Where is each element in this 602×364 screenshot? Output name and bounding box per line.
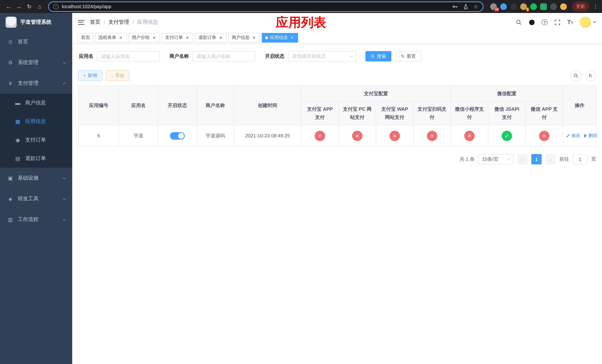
chrome-menu-icon[interactable]: ⋮ [593,3,598,10]
extension-icon-7[interactable] [550,3,557,10]
download-icon: ↓ [111,73,113,78]
extension-icon-3[interactable] [510,3,517,10]
sidebar-item-merchant-info[interactable]: ▬商户信息 [0,94,72,112]
app-grid-icon: ▦ [15,118,21,124]
chrome-update-button[interactable]: 更新 [572,1,589,11]
export-button[interactable]: ↓ 导出 [106,70,129,81]
cell-actions: 修改删除 [563,125,596,146]
site-info-icon[interactable]: i [53,4,58,9]
tab-close-icon[interactable]: × [118,35,123,40]
tab-home[interactable]: 首页 [78,33,93,43]
prev-page-button[interactable]: ‹ [517,154,527,164]
sidebar-item-label: 应用信息 [25,118,65,125]
tab-close-icon[interactable]: × [218,35,223,40]
goto-page-input[interactable] [573,154,588,164]
url-bar[interactable]: i localhost:1024/pay/app ☆ [48,1,484,12]
sidebar-item-workflow[interactable]: ▥工作流程 [0,209,72,230]
bookmark-star-icon[interactable]: ☆ [473,3,478,10]
sidebar-menu: ⊙首页⚙系统管理¥支付管理▬商户信息▦应用信息◉支付订单▤退款订单▣基础设施◈研… [0,32,72,230]
sidebar-item-label: 支付订单 [25,137,65,143]
breadcrumb-separator: / [133,19,134,25]
toolbar-right: ↻ [570,70,596,81]
sidebar-item-infrastructure[interactable]: ▣基础设施 [0,168,72,189]
breadcrumb-item: 应用信息 [137,19,158,26]
main-area: 首页/支付管理/应用信息 ? TT 应用列表 首页流程表单×用户分组×支付订单×… [72,13,602,364]
help-icon[interactable]: ? [542,19,548,25]
sidebar-item-label: 退款订单 [25,155,65,162]
extension-icon-4[interactable]: 1 [520,3,527,10]
refresh-table-button[interactable]: ↻ [585,70,596,81]
tab-pay-order[interactable]: 支付订单× [162,33,193,43]
share-icon[interactable] [462,3,469,10]
tab-close-icon[interactable]: × [151,35,157,40]
disabled-status-icon: × [352,130,363,141]
extension-icon-8[interactable] [560,3,567,10]
sidebar-item-system[interactable]: ⚙系统管理 [0,52,72,73]
font-size-icon[interactable]: TT [567,19,573,25]
merchant-card-icon: ▬ [15,100,21,106]
col-alipay-app-pay: 支付宝 APP 支付 [301,101,339,125]
tab-user-group[interactable]: 用户分组× [129,33,160,43]
delete-link[interactable]: 删除 [583,133,597,139]
merchant-name-input[interactable] [193,51,256,62]
tab-close-icon[interactable]: × [290,35,295,40]
extension-icon-6[interactable] [540,3,547,10]
forward-icon[interactable]: → [14,2,24,11]
goto-label: 前往 [559,156,569,162]
next-page-button[interactable]: › [545,154,556,164]
extension-icon-2[interactable] [500,3,507,10]
sidebar-item-refund-order[interactable]: ▤退款订单 [0,149,72,168]
chevron-icon [63,61,66,64]
cell-alipay-qr-pay: × [413,125,451,146]
tab-label: 首页 [81,34,90,41]
cell-alipay-pc-pay: × [339,125,376,146]
url-text[interactable]: localhost:1024/pay/app [62,4,449,9]
disabled-status-icon: × [315,130,325,141]
status-select[interactable]: 请选择开启状态 [288,51,356,62]
fullscreen-icon[interactable] [554,19,560,25]
sidebar-item-label: 商户信息 [25,100,65,106]
sidebar-toggle-icon[interactable] [78,20,85,25]
reset-button[interactable]: ↻ 重置 [396,51,421,62]
col-app-name: 应用名 [119,86,158,125]
tab-close-icon[interactable]: × [185,35,190,40]
home-icon[interactable]: ⌂ [35,2,44,11]
sidebar-item-payment[interactable]: ¥支付管理 [0,73,72,94]
search-button[interactable]: 搜索 [366,51,391,62]
page-1-button[interactable]: 1 [531,154,542,164]
infra-icon: ▣ [7,175,13,181]
github-icon[interactable] [529,19,535,25]
reload-icon[interactable]: ↻ [24,2,34,11]
col-merchant-name: 商户名称 [197,86,234,125]
app-table: 应用编号应用名开启状态商户名称创建时间支付宝配置微信配置操作支付宝 APP 支付… [78,86,596,147]
search-icon[interactable] [516,19,522,25]
tab-close-icon[interactable]: × [251,35,257,40]
tab-label: 用户分组 [132,34,150,41]
edit-link[interactable]: 修改 [566,133,580,139]
user-avatar[interactable] [580,17,596,28]
toggle-search-button[interactable] [570,70,581,81]
tab-label: 支付订单 [165,34,183,41]
table-toolbar: + 新增 ↓ 导出 ↻ [78,70,596,81]
extension-icon-1[interactable]: 10 [490,3,497,10]
tab-refund-order[interactable]: 退款订单× [195,33,226,43]
breadcrumb-item[interactable]: 支付管理 [108,19,129,26]
page-size-select[interactable]: 10条/页 [478,154,514,164]
tab-merchant-info[interactable]: 商户信息× [228,33,260,43]
app-name-input[interactable] [97,51,160,62]
add-button[interactable]: + 新增 [78,70,102,81]
tab-app-info[interactable]: 应用信息× [262,33,298,43]
enabled-status-icon: ✓ [502,130,512,141]
status-toggle[interactable] [170,132,185,139]
extension-icon-5[interactable] [530,3,537,10]
sidebar-item-pay-order[interactable]: ◉支付订单 [0,131,72,149]
tab-process-form[interactable]: 流程表单× [95,33,127,43]
sidebar-item-dev-tools[interactable]: ◈研发工具 [0,189,72,209]
back-icon[interactable]: ← [4,2,13,11]
sidebar-item-home[interactable]: ⊙首页 [0,32,72,52]
password-key-icon[interactable] [452,3,458,10]
disabled-status-icon: × [464,130,475,141]
breadcrumb-item[interactable]: 首页 [90,19,100,26]
sidebar-item-app-info[interactable]: ▦应用信息 [0,112,72,131]
tab-label: 流程表单 [98,34,116,41]
